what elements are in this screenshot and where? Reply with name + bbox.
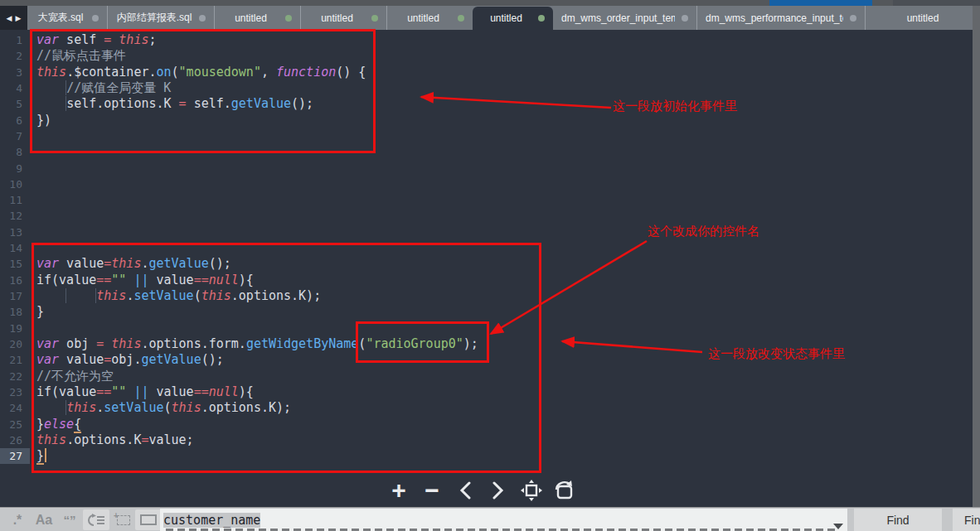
rotate-button[interactable] — [552, 477, 577, 504]
rectangle-icon — [140, 514, 157, 525]
tab-untitled-2[interactable]: untitled — [214, 6, 300, 30]
tab-status-dot-icon — [92, 15, 99, 22]
code-token: value — [148, 273, 193, 287]
code-line-24[interactable]: this.setValue(this.options.K); — [36, 400, 478, 416]
code-line-5[interactable]: self.options.K = self.getValue(); — [36, 96, 478, 112]
tab-untitled-8[interactable]: untitled — [865, 6, 980, 30]
code-line-23[interactable]: if(value=="" || value==null){ — [36, 384, 478, 400]
line-number: 9 — [0, 161, 30, 176]
code-line-10[interactable] — [36, 176, 478, 192]
quote-icon: “” — [64, 513, 76, 527]
whole-word-toggle-button[interactable]: “” — [58, 509, 81, 530]
code-line-15[interactable]: var value=this.getValue(); — [36, 256, 478, 272]
code-token: this — [111, 32, 148, 47]
tab-scroll-left-icon[interactable]: ◀ — [7, 14, 12, 22]
code-token: ){ — [239, 273, 254, 287]
code-line-7[interactable] — [36, 128, 478, 144]
code-token: var — [36, 352, 59, 367]
code-token: setValue — [133, 288, 193, 303]
code-token: var — [36, 336, 59, 351]
wrap-arrow-icon — [86, 514, 106, 527]
code-line-20[interactable]: var obj = this.options.form.getWidgetByN… — [36, 336, 478, 352]
chevron-right-icon — [492, 481, 504, 500]
tab-status-dot-icon — [199, 15, 206, 22]
tab-dm_wms_order_input_temp-sql-6[interactable]: dm_wms_order_input_temp.sql — [553, 6, 696, 30]
code-token: getValue — [141, 352, 201, 367]
tab-untitled-3[interactable]: untitled — [300, 6, 386, 30]
code-editor[interactable]: 1234567891011121314151617181920212223242… — [0, 30, 973, 507]
code-line-13[interactable] — [36, 224, 478, 240]
code-line-26[interactable]: this.options.K=value; — [36, 432, 478, 448]
code-token: var — [36, 32, 59, 47]
code-token: ); — [463, 336, 478, 351]
line-number: 12 — [0, 208, 30, 224]
tab-untitled-4[interactable]: untitled — [386, 6, 473, 30]
code-line-14[interactable] — [36, 240, 478, 256]
code-token: || — [133, 384, 148, 399]
code-line-8[interactable] — [36, 144, 478, 160]
code-line-11[interactable] — [36, 192, 478, 208]
code-line-27[interactable]: } — [36, 448, 478, 464]
line-number: 3 — [0, 65, 30, 80]
line-number: 17 — [0, 288, 30, 304]
regex-toggle-button[interactable]: .* — [5, 509, 30, 530]
code-token: function — [276, 65, 336, 80]
code-line-17[interactable]: this.setValue(this.options.K); — [36, 288, 478, 304]
code-token — [36, 288, 96, 303]
tab-status-dot-icon — [682, 15, 688, 22]
code-line-22[interactable]: //不允许为空 — [36, 369, 478, 384]
find-button[interactable]: Find — [854, 509, 942, 531]
tab--sql-1[interactable]: 内部结算报表.sql — [107, 6, 214, 30]
code-token: .options.K); — [201, 400, 291, 415]
code-token: "mousedown" — [179, 65, 261, 80]
code-token: ( — [172, 65, 179, 80]
next-button[interactable] — [486, 477, 511, 504]
code-token: (); — [291, 96, 313, 111]
code-line-1[interactable]: var self = this; — [36, 32, 478, 48]
tab-untitled-5[interactable]: untitled — [473, 7, 553, 30]
code-line-3[interactable]: this.$container.on("mousedown", function… — [36, 65, 478, 80]
case-sensitive-toggle-button[interactable]: Aa — [32, 509, 56, 530]
regex-icon: .* — [13, 513, 22, 528]
prev-button[interactable] — [453, 477, 478, 504]
code-line-2[interactable]: //鼠标点击事件 — [36, 48, 478, 64]
zoom-in-button[interactable]: + — [386, 477, 411, 504]
highlight-matches-toggle-button[interactable] — [135, 509, 162, 530]
code-token: this — [96, 288, 126, 303]
line-number: 14 — [0, 240, 30, 256]
search-input[interactable]: customer_name — [160, 509, 847, 531]
find-secondary-button[interactable]: Fin — [953, 509, 980, 531]
code-line-16[interactable]: if(value=="" || value==null){ — [36, 273, 478, 288]
line-number: 6 — [0, 113, 30, 128]
fit-screen-button[interactable] — [519, 477, 544, 504]
code-token: "" — [111, 273, 126, 287]
code-line-6[interactable]: }) — [36, 113, 478, 128]
editor-tabbar: ◀ ▶ 大宽表.sql内部结算报表.sqluntitleduntitledunt… — [0, 6, 980, 30]
code-token: ( — [164, 400, 172, 415]
tab-status-dot-icon — [458, 15, 464, 22]
tab--sql-0[interactable]: 大宽表.sql — [27, 6, 107, 30]
code-line-9[interactable] — [36, 161, 478, 176]
tab-scroll-right-icon[interactable]: ▶ — [16, 14, 22, 22]
code-token: "radioGroup0" — [366, 336, 463, 351]
search-in-selection-toggle-button[interactable] — [113, 509, 134, 530]
code-token: if(value — [36, 273, 96, 287]
tab-label: untitled — [395, 12, 451, 24]
code-token — [36, 80, 66, 95]
line-number-gutter: 1234567891011121314151617181920212223242… — [0, 32, 30, 464]
code-line-18[interactable]: } — [36, 304, 478, 320]
tab-dm_wms_performance_input_temp-sql-7[interactable]: dm_wms_performance_input_temp.sql — [696, 6, 865, 30]
code-line-25[interactable]: }else{ — [36, 417, 478, 432]
zoom-out-button[interactable]: − — [420, 477, 444, 504]
code-line-21[interactable]: var value=obj.getValue(); — [36, 352, 478, 368]
code-token: this — [172, 400, 201, 415]
search-wrap-toggle-button[interactable] — [83, 509, 109, 530]
tab-status-dot-icon — [538, 15, 545, 22]
code-line-19[interactable] — [36, 321, 478, 336]
code-area[interactable]: var self = this;//鼠标点击事件this.$container.… — [36, 32, 478, 464]
code-line-4[interactable]: //赋值全局变量 K — [36, 80, 478, 96]
annotation-text-init: 这一段放初始化事件里 — [613, 99, 737, 114]
code-line-12[interactable] — [36, 208, 478, 224]
tab-label: untitled — [481, 12, 531, 24]
code-token: == — [96, 384, 111, 399]
